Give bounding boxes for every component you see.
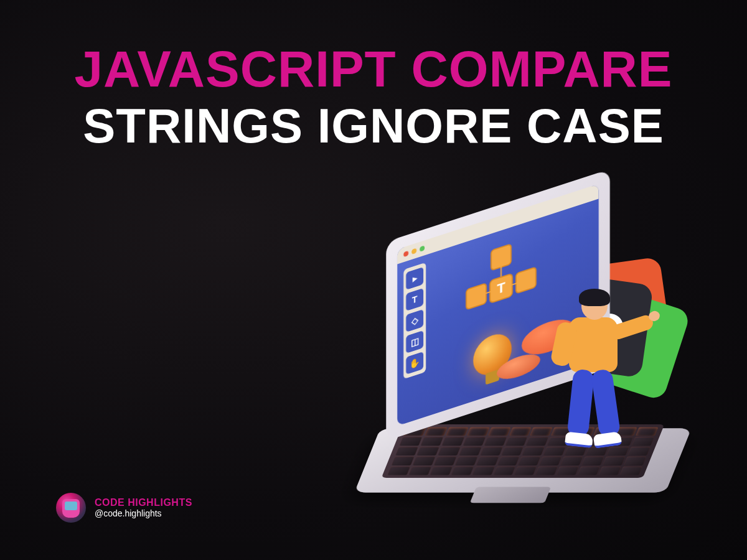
person-torso xyxy=(569,317,618,372)
editor-toolbar: ▸ T ◇ ◫ ✋ xyxy=(403,263,426,380)
shape-tool-icon: ◇ xyxy=(406,309,423,332)
person-shoe-right xyxy=(593,431,622,449)
attribution-text: CODE HIGHLIGHTS @code.highlights xyxy=(95,497,192,518)
person-hair xyxy=(579,289,610,306)
person-leg-right xyxy=(591,368,621,438)
brand-name: CODE HIGHLIGHTS xyxy=(95,497,192,508)
hand-tool-icon: ✋ xyxy=(406,352,423,375)
minimize-dot-icon xyxy=(411,248,416,255)
close-dot-icon xyxy=(403,251,408,258)
person-leg-left xyxy=(566,369,594,438)
hero-title: JAVASCRIPT COMPARE STRINGS IGNORE CASE xyxy=(0,44,747,153)
node-left xyxy=(466,282,487,310)
crop-tool-icon: ◫ xyxy=(406,330,423,353)
person-illustration xyxy=(542,292,641,467)
cursor-tool-icon: ▸ xyxy=(406,267,423,290)
text-tool-icon: T xyxy=(406,288,423,311)
person-legs xyxy=(568,370,620,444)
node-right xyxy=(515,266,537,294)
title-line-1: JAVASCRIPT COMPARE xyxy=(0,44,747,95)
maximize-dot-icon xyxy=(420,245,425,252)
attribution-block: CODE HIGHLIGHTS @code.highlights xyxy=(56,493,192,523)
social-handle: @code.highlights xyxy=(95,508,192,518)
node-center-label: T xyxy=(489,273,513,304)
person-shoe-left xyxy=(565,432,593,448)
laptop-trackpad xyxy=(470,487,551,503)
title-line-2: STRINGS IGNORE CASE xyxy=(0,100,747,153)
brand-avatar-icon xyxy=(56,493,86,523)
hero-illustration: ▸ T ◇ ◫ ✋ T xyxy=(349,187,697,523)
